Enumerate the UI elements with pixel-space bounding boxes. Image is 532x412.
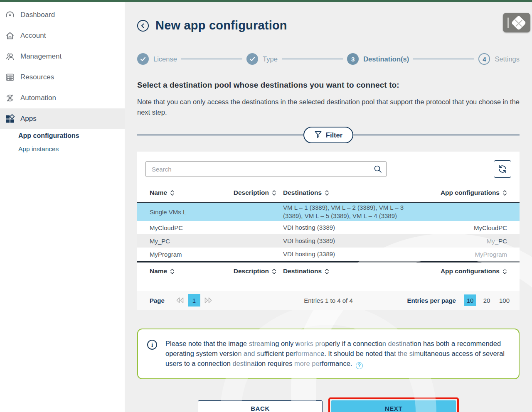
cell-name: MyCloudPC — [150, 224, 229, 231]
sidebar-item-dashboard[interactable]: Dashboard — [0, 5, 125, 25]
users-icon — [5, 52, 15, 61]
filter-label: Filter — [326, 131, 342, 139]
table-body: Single VMs LVM L – 1 (3389), VM L – 2 (3… — [137, 202, 520, 262]
last-page-icon[interactable] — [204, 297, 213, 304]
main-content: New app configuration License — [125, 2, 532, 412]
side-panel-toggle-button[interactable] — [503, 13, 530, 32]
cell-destinations: VDI hosting (3389) — [276, 237, 424, 245]
sidebar-item-management[interactable]: Management — [0, 46, 125, 67]
step-destinations[interactable]: 3 Destination(s) — [347, 53, 409, 65]
refresh-button[interactable] — [494, 160, 511, 178]
sort-icon — [170, 268, 175, 275]
sidebar-item-label: Automation — [20, 94, 56, 102]
cell-name: Single VMs L — [150, 208, 229, 216]
next-button[interactable]: NEXT — [331, 400, 456, 412]
step-label: Settings — [495, 55, 520, 63]
page-title: New app configuration — [155, 19, 287, 32]
column-header-name[interactable]: Name — [150, 267, 229, 275]
step-label: Type — [263, 55, 278, 63]
column-header-description[interactable]: Description — [229, 267, 276, 275]
back-arrow-icon[interactable] — [137, 20, 149, 32]
page-size-option-20[interactable]: 20 — [481, 294, 493, 306]
column-header-description[interactable]: Description — [229, 189, 276, 196]
table-footer-header-row: Name Description Destinations App config… — [137, 262, 520, 280]
sidebar-item-label: Account — [20, 32, 46, 40]
toggle-handle-bar — [507, 17, 509, 28]
sidebar-subitem-app-instances[interactable]: App instances — [0, 142, 125, 156]
sidebar-subitem-label: App configurations — [18, 132, 79, 140]
sort-icon — [272, 268, 276, 275]
step-label: License — [153, 55, 177, 63]
sidebar-item-label: Management — [20, 52, 62, 61]
cell-app_configurations: MyCloudPC — [424, 224, 507, 231]
step-connector — [181, 59, 242, 59]
first-page-icon[interactable] — [175, 297, 185, 304]
sidebar-item-resources[interactable]: Resources — [0, 67, 125, 88]
wizard-stepper: License Type 3 Destination(s) 4 Se — [137, 53, 520, 65]
funnel-icon — [314, 130, 322, 140]
filter-divider: Filter — [137, 127, 520, 143]
current-page-button[interactable]: 1 — [188, 294, 200, 307]
back-button[interactable]: BACK — [198, 400, 323, 412]
step-number: 3 — [347, 53, 359, 65]
gauge-icon — [5, 10, 15, 20]
sort-icon — [325, 268, 329, 275]
table-header-row: Name Description Destinations App config… — [137, 184, 520, 202]
page-size-option-100[interactable]: 100 — [498, 294, 511, 306]
cell-name: MyProgram — [150, 251, 229, 258]
sort-icon — [502, 268, 507, 275]
sidebar-item-apps[interactable]: Apps — [0, 108, 125, 129]
home-icon — [5, 31, 15, 41]
page-size-option-10[interactable]: 10 — [464, 294, 476, 306]
info-icon: i — [147, 340, 157, 350]
sidebar-item-label: Apps — [20, 115, 37, 123]
step-label: Destination(s) — [363, 55, 409, 63]
section-note: Note that you can only access the destin… — [137, 97, 520, 118]
cell-destinations: VM L – 1 (3389), VM L – 2 (3389), VM L –… — [276, 204, 424, 220]
step-connector — [413, 59, 474, 59]
info-text-content: Please note that the image streaming onl… — [165, 340, 505, 367]
column-header-destinations[interactable]: Destinations — [276, 189, 424, 196]
column-label: App configurations — [441, 189, 500, 196]
step-type[interactable]: Type — [246, 53, 278, 65]
column-header-destinations[interactable]: Destinations — [276, 267, 424, 275]
pagination-bar: Page 1 Entries 1 to 4 of 4 Entries per p… — [137, 291, 520, 310]
entries-per-page-label: Entries per page — [407, 297, 456, 304]
wizard-actions: BACK NEXT — [137, 397, 520, 412]
red-highlight-annotation: NEXT — [328, 397, 459, 412]
page: Dashboard Account — [0, 0, 532, 412]
column-label: Name — [150, 267, 167, 275]
sidebar-subitem-app-configurations[interactable]: App configurations — [0, 129, 125, 142]
info-box: i Please note that the image streaming o… — [137, 329, 520, 379]
column-header-name[interactable]: Name — [150, 189, 229, 196]
step-number: 4 — [478, 53, 490, 65]
filter-button[interactable]: Filter — [303, 127, 353, 143]
column-header-app-configurations[interactable]: App configurations — [424, 189, 507, 196]
step-connector — [282, 59, 343, 59]
sidebar-item-label: Dashboard — [20, 11, 55, 19]
check-icon — [137, 53, 149, 65]
help-icon[interactable]: ? — [356, 362, 363, 369]
info-text: Please note that the image streaming onl… — [165, 338, 506, 369]
step-license[interactable]: License — [137, 53, 177, 65]
column-label: Description — [234, 267, 269, 275]
search-icon[interactable] — [373, 164, 382, 175]
sidebar-item-automation[interactable]: Automation — [0, 88, 125, 108]
table-row[interactable]: MyProgramVDI hosting (3389)MyProgram — [137, 248, 520, 261]
cell-destinations: VDI hosting (3389) — [276, 250, 424, 258]
sidebar: Dashboard Account — [0, 2, 125, 412]
sidebar-item-account[interactable]: Account — [0, 25, 125, 46]
step-settings[interactable]: 4 Settings — [478, 53, 520, 65]
entries-info: Entries 1 to 4 of 4 — [304, 297, 353, 304]
search-input[interactable] — [145, 161, 387, 177]
app-logo-diamond-icon — [511, 15, 527, 30]
sort-icon — [325, 190, 329, 196]
table-row[interactable]: MyCloudPCVDI hosting (3389)MyCloudPC — [137, 221, 520, 234]
table-row[interactable]: Single VMs LVM L – 1 (3389), VM L – 2 (3… — [137, 203, 520, 221]
sort-icon — [502, 190, 507, 196]
column-header-app-configurations[interactable]: App configurations — [424, 267, 507, 275]
table-row[interactable]: My_PCVDI hosting (3389)My_PC — [137, 234, 520, 248]
page-label: Page — [150, 297, 165, 304]
sort-icon — [272, 190, 276, 196]
cell-name: My_PC — [150, 238, 229, 245]
